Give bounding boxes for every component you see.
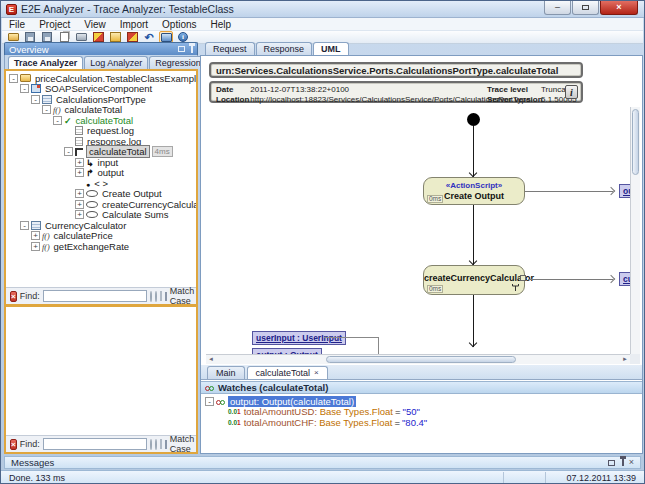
horizontal-scrollbar[interactable]: ◄ ► bbox=[206, 354, 630, 364]
tree-item[interactable]: +Calculate Sums bbox=[6, 210, 196, 221]
value-icon bbox=[228, 408, 241, 415]
tree-item[interactable]: -CurrencyCalculator bbox=[6, 220, 196, 231]
find-bar: × Find: Match Case bbox=[6, 287, 196, 304]
find-input[interactable] bbox=[43, 290, 147, 302]
expand-icon[interactable]: + bbox=[75, 189, 84, 198]
scroll-left-icon[interactable]: ◄ bbox=[206, 355, 216, 364]
tab-uml[interactable]: UML bbox=[313, 42, 349, 55]
collapse-icon[interactable]: - bbox=[31, 95, 40, 104]
expand-icon[interactable]: + bbox=[75, 200, 84, 209]
watch-root-row[interactable]: - output: Output(calculateTotal) bbox=[205, 396, 642, 407]
find-next-button[interactable] bbox=[155, 291, 157, 302]
action-node-create-output[interactable]: «ActionScript» Create Output 0ms bbox=[423, 177, 525, 205]
tree-item[interactable]: -SOAPServiceComponent bbox=[6, 84, 196, 95]
close-find-icon[interactable]: × bbox=[10, 439, 17, 450]
porttype-icon bbox=[42, 95, 52, 104]
match-case-checkbox[interactable] bbox=[165, 440, 167, 449]
tab-trace-analyzer[interactable]: Trace Analyzer bbox=[8, 56, 83, 69]
tree-item[interactable]: -priceCalculation.TestableClassExample.T… bbox=[6, 73, 196, 84]
watches-title: Watches (calculateTotal) bbox=[218, 382, 328, 393]
tab-request[interactable]: Request bbox=[205, 42, 255, 55]
vertical-scrollbar-thumb[interactable] bbox=[632, 109, 639, 175]
status-clock: 07.12.2011 13:39 bbox=[567, 473, 636, 483]
collapse-icon[interactable]: - bbox=[9, 74, 18, 83]
object-edge bbox=[324, 337, 379, 338]
expand-icon[interactable]: + bbox=[75, 168, 84, 177]
match-case-checkbox[interactable] bbox=[165, 292, 167, 301]
find-next-button[interactable] bbox=[155, 439, 157, 450]
tree-item[interactable]: -request.log bbox=[6, 126, 196, 137]
close-icon[interactable]: × bbox=[629, 458, 634, 467]
tree-item[interactable]: +Create Output bbox=[6, 189, 196, 200]
menu-file[interactable]: File bbox=[2, 19, 32, 30]
scroll-right-icon[interactable]: ► bbox=[620, 355, 630, 364]
collapse-icon[interactable]: - bbox=[205, 397, 214, 406]
vertical-scrollbar[interactable] bbox=[630, 107, 640, 354]
tab-log-analyzer[interactable]: Log Analyzer bbox=[84, 56, 148, 69]
find-options-button[interactable] bbox=[160, 439, 162, 449]
tree-item-label: Calculate Sums bbox=[101, 209, 170, 220]
initial-node[interactable] bbox=[467, 113, 480, 126]
trace-analyzer-pane: -priceCalculation.TestableClassExample.T… bbox=[4, 69, 198, 454]
app-window: E E2E Analyzer - Trace Analyzer: Testabl… bbox=[0, 0, 645, 484]
tree-item[interactable]: -calculateTotal4ms bbox=[6, 147, 196, 158]
menu-options[interactable]: Options bbox=[155, 19, 203, 30]
tree-item[interactable]: -CalculationsPortType bbox=[6, 94, 196, 105]
tab-response[interactable]: Response bbox=[256, 42, 313, 55]
doc-tab-calculatetotal[interactable]: calculateTotal× bbox=[247, 366, 328, 379]
menu-import[interactable]: Import bbox=[113, 19, 155, 30]
find-input[interactable] bbox=[43, 438, 147, 450]
messages-bar[interactable]: Messages × bbox=[4, 456, 641, 469]
menu-project[interactable]: Project bbox=[32, 19, 77, 30]
minimize-button[interactable]: – bbox=[544, 1, 571, 15]
collapse-icon[interactable]: - bbox=[20, 221, 29, 230]
window-controls: – × bbox=[543, 1, 638, 15]
operation-icon bbox=[53, 104, 61, 115]
overview-title: Overview bbox=[9, 44, 49, 55]
close-find-icon[interactable]: × bbox=[10, 291, 17, 302]
tree-item[interactable]: +input bbox=[6, 157, 196, 168]
menu-help[interactable]: Help bbox=[204, 19, 239, 30]
collapse-icon[interactable]: - bbox=[42, 105, 51, 114]
object-node-currency-calculator[interactable]: cur bbox=[619, 272, 630, 286]
pin-icon[interactable] bbox=[622, 459, 624, 466]
maximize-icon bbox=[582, 5, 589, 10]
expand-icon[interactable]: + bbox=[75, 158, 84, 167]
pin-icon[interactable] bbox=[191, 46, 193, 53]
action-node-create-currency-calculator[interactable]: createCurrencyCalculator 0ms bbox=[423, 265, 525, 295]
expand-icon[interactable]: + bbox=[31, 242, 40, 251]
object-node-output[interactable]: out bbox=[619, 184, 630, 198]
watch-item[interactable]: totalAmountCHF: Base Types.Float="80.4" bbox=[205, 417, 642, 428]
equals-sign: = bbox=[394, 417, 400, 428]
tree-item[interactable]: -< > bbox=[6, 178, 196, 189]
watch-item[interactable]: totalAmountUSD: Base Types.Float="50" bbox=[205, 407, 642, 418]
float-window-icon[interactable] bbox=[608, 460, 615, 466]
collapse-icon[interactable]: - bbox=[20, 84, 29, 93]
horizontal-scrollbar-thumb[interactable] bbox=[326, 356, 516, 363]
info-button[interactable]: i bbox=[565, 85, 578, 99]
collapse-icon[interactable]: - bbox=[64, 147, 73, 156]
doc-tab-main[interactable]: Main bbox=[207, 366, 245, 379]
tree-item[interactable]: +calculatePrice bbox=[6, 231, 196, 242]
expand-icon[interactable]: + bbox=[75, 210, 84, 219]
tree-item[interactable]: -calculateTotal bbox=[6, 115, 196, 126]
collapse-icon[interactable]: - bbox=[53, 116, 62, 125]
find-prev-button[interactable] bbox=[150, 439, 152, 450]
find-options-button[interactable] bbox=[160, 291, 162, 301]
watch-name: totalAmountUSD: bbox=[244, 406, 317, 417]
close-button[interactable]: × bbox=[600, 1, 638, 15]
tree-item[interactable]: +output bbox=[6, 168, 196, 179]
find-prev-button[interactable] bbox=[150, 291, 152, 302]
close-tab-icon[interactable]: × bbox=[314, 369, 319, 377]
float-window-icon[interactable] bbox=[178, 46, 185, 52]
log-icon bbox=[75, 126, 83, 135]
diagram-canvas[interactable]: «ActionScript» Create Output 0ms out cre… bbox=[206, 107, 630, 354]
tree-item[interactable]: +createCurrencyCalculator bbox=[6, 199, 196, 210]
match-case-label: Match Case bbox=[170, 434, 195, 454]
menu-view[interactable]: View bbox=[77, 19, 113, 30]
expand-icon[interactable]: + bbox=[31, 231, 40, 240]
tree-item[interactable]: -calculateTotal bbox=[6, 105, 196, 116]
object-node-user-input[interactable]: userInput : UserInput bbox=[252, 331, 346, 345]
tree-item[interactable]: +getExchangeRate bbox=[6, 241, 196, 252]
maximize-button[interactable] bbox=[572, 1, 599, 15]
